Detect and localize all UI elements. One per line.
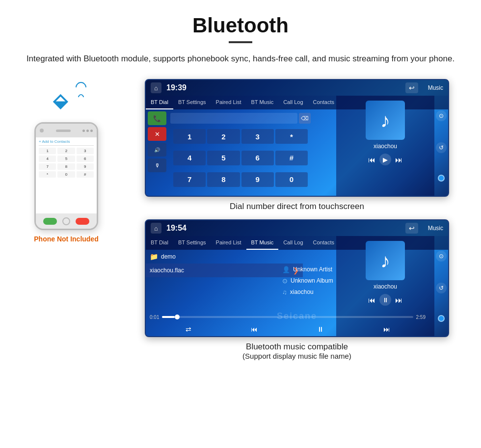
tab-paired-list[interactable]: Paired List: [211, 96, 246, 109]
dial-panel: 📞 ✕ 🔊 🎙 ⌫: [146, 109, 313, 196]
key-8[interactable]: 8: [207, 172, 240, 187]
car-screen-music: ⌂ 19:54 ↩ Music BT Dial BT Settings Pair…: [145, 219, 449, 337]
play-icon-bottom[interactable]: ⏸: [317, 325, 324, 333]
phone-key-6[interactable]: 6: [77, 156, 94, 162]
key-star[interactable]: *: [275, 129, 308, 144]
time-start: 0:01: [150, 315, 159, 320]
next-btn-2[interactable]: ⏭: [395, 296, 402, 304]
settings-icon-1[interactable]: ⊙: [436, 110, 447, 121]
signal-wave-large: [73, 80, 88, 95]
phone-key-1[interactable]: 1: [39, 148, 56, 154]
shuffle-icon[interactable]: ⇄: [186, 325, 191, 333]
phone-home-button[interactable]: [62, 217, 70, 225]
music-side-icons-2: ⊙ ↺: [434, 236, 448, 336]
speaker-btn[interactable]: 🔊: [148, 143, 166, 157]
phone-column: ⬙ + Add to Contacts 1 2: [15, 79, 118, 243]
title-text: xiaochou: [290, 289, 314, 295]
home-button[interactable]: ⌂: [151, 82, 161, 93]
phone-key-2[interactable]: 2: [57, 148, 75, 154]
music-note-icon-2: ♪: [380, 250, 390, 272]
song-name-1: xiaochou: [374, 143, 397, 150]
bottom-controls: ⇄ ⏮ ⏸ ⏭: [146, 322, 429, 336]
time-end: 2:59: [416, 315, 426, 320]
tab2-call-log[interactable]: Call Log: [278, 236, 308, 250]
key-2[interactable]: 2: [207, 129, 240, 144]
phone-key-8[interactable]: 8: [57, 163, 75, 170]
play-btn-2[interactable]: ⏸: [379, 294, 391, 306]
phone-call-button[interactable]: [43, 218, 57, 225]
prev-btn-2[interactable]: ⏮: [368, 296, 375, 304]
back-button-2[interactable]: ↩: [405, 223, 418, 234]
progress-fill: [162, 316, 175, 318]
screen2-caption-line2: (Support display music file name): [242, 352, 351, 360]
key-9[interactable]: 9: [241, 172, 274, 187]
screen1-caption: Dial number direct from touchscreen: [230, 202, 364, 211]
key-3[interactable]: 3: [241, 129, 274, 144]
back-button-1[interactable]: ↩: [405, 82, 418, 93]
phone-key-0[interactable]: 0: [57, 171, 75, 178]
phone-mockup: + Add to Contacts 1 2 3 4 5 6 7 8 9 * 0 …: [34, 122, 98, 230]
phone-key-9[interactable]: 9: [77, 163, 94, 170]
key-7[interactable]: 7: [173, 172, 206, 187]
phone-speaker: [56, 130, 71, 132]
tab2-paired-list[interactable]: Paired List: [211, 236, 246, 250]
screen1-block: ⌂ 19:39 ↩ Music BT Dial BT Settings Pair…: [128, 79, 466, 211]
album-art-1: ♪: [366, 101, 405, 140]
tab2-bt-music[interactable]: BT Music: [246, 236, 279, 250]
artist-text: Unknown Artist: [293, 266, 332, 273]
delete-btn[interactable]: ⌫: [299, 113, 311, 124]
song-name-2: xiaochou: [374, 283, 397, 290]
screen2-block: ⌂ 19:54 ↩ Music BT Dial BT Settings Pair…: [128, 219, 466, 360]
signal-waves: [78, 86, 86, 100]
album-art-2: ♪: [366, 241, 405, 280]
tab-bt-dial[interactable]: BT Dial: [146, 96, 173, 109]
title-divider: [229, 41, 252, 43]
call-green-btn[interactable]: 📞: [148, 111, 166, 125]
phone-key-hash[interactable]: #: [77, 171, 94, 178]
phone-camera: [40, 129, 44, 132]
key-6[interactable]: 6: [241, 151, 274, 165]
bt-icon-wrap: ⬙: [44, 84, 88, 118]
play-btn-1[interactable]: ▶: [379, 154, 391, 165]
call-red-btn[interactable]: ✕: [148, 127, 166, 141]
key-hash[interactable]: #: [275, 151, 308, 165]
phone-key-7[interactable]: 7: [39, 163, 56, 170]
key-0[interactable]: 0: [275, 172, 308, 187]
music-controls-1: ⏮ ▶ ⏭: [368, 154, 402, 165]
phone-key-4[interactable]: 4: [39, 156, 56, 162]
tab2-contacts[interactable]: Contacts: [308, 236, 339, 250]
key-4[interactable]: 4: [173, 151, 206, 165]
phone-key-star[interactable]: *: [39, 171, 56, 178]
key-5[interactable]: 5: [207, 151, 240, 165]
progress-bar[interactable]: [162, 316, 413, 318]
phone-key-5[interactable]: 5: [57, 156, 75, 162]
dial-keypad: 1 2 3 * 4 5 6 # 7 8 9 0: [170, 127, 311, 194]
time-display-1: 19:39: [166, 83, 187, 92]
home-button-2[interactable]: ⌂: [151, 223, 161, 234]
tab2-bt-settings[interactable]: BT Settings: [173, 236, 211, 250]
settings-icon-2[interactable]: ⊙: [436, 251, 447, 262]
folder-icon: 📁: [150, 253, 158, 261]
phone-screen: + Add to Contacts 1 2 3 4 5 6 7 8 9 * 0 …: [36, 137, 97, 213]
phone-end-button[interactable]: [76, 218, 89, 225]
signal-wave-small: [77, 93, 85, 102]
phone-top-bar: [36, 124, 97, 137]
mic-btn[interactable]: 🎙: [148, 158, 166, 172]
tab-call-log[interactable]: Call Log: [278, 96, 308, 109]
phone-key-3[interactable]: 3: [77, 148, 94, 154]
tab-bt-music[interactable]: BT Music: [246, 96, 279, 109]
prev-track-icon[interactable]: ⏮: [251, 325, 258, 333]
status-dot-2: [86, 130, 89, 132]
key-1[interactable]: 1: [173, 129, 206, 144]
tab-contacts[interactable]: Contacts: [308, 96, 339, 109]
repeat-icon-1[interactable]: ↺: [436, 142, 447, 153]
main-content: ⬙ + Add to Contacts 1 2: [0, 79, 481, 360]
music-header-label-1: Music: [428, 84, 443, 91]
tab2-bt-dial[interactable]: BT Dial: [146, 236, 173, 250]
next-btn-1[interactable]: ⏭: [395, 156, 402, 164]
screen1-header: ⌂ 19:39 ↩ Music: [146, 80, 448, 96]
repeat-icon-2[interactable]: ↺: [436, 283, 447, 293]
next-track-icon[interactable]: ⏭: [383, 325, 390, 333]
prev-btn-1[interactable]: ⏮: [368, 156, 375, 164]
tab-bt-settings[interactable]: BT Settings: [173, 96, 211, 109]
